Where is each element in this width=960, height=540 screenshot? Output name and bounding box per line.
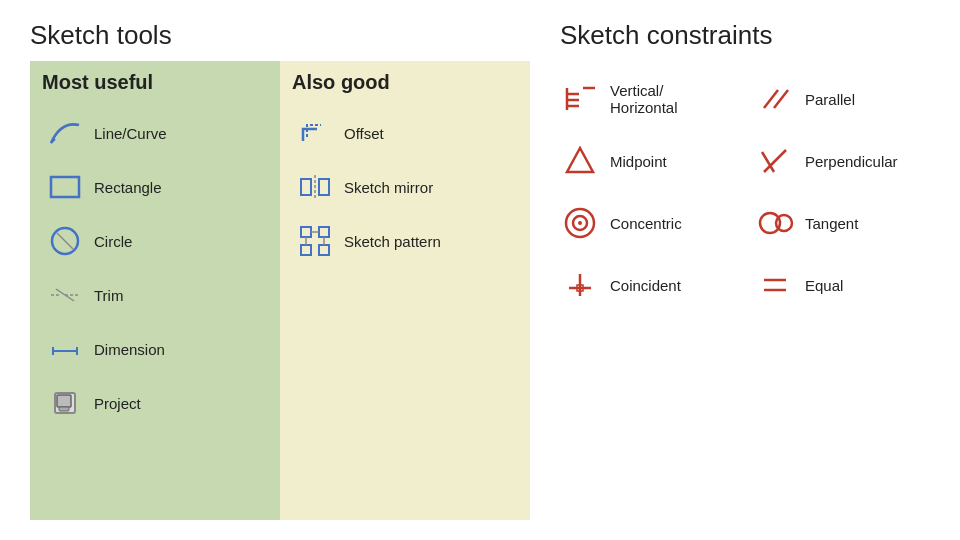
constraint-label-coincident: Coincident <box>610 277 681 294</box>
tool-label-trim: Trim <box>94 287 123 304</box>
tool-label-offset: Offset <box>344 125 384 142</box>
concentric-icon <box>560 203 600 243</box>
perpendicular-icon <box>755 141 795 181</box>
sketch-tools-title: Sketch tools <box>30 20 530 51</box>
tangent-icon <box>755 203 795 243</box>
sketch-tools-section: Sketch tools Most useful Line/Curve <box>30 20 530 520</box>
vertical-horizontal-icon <box>560 79 600 119</box>
svg-rect-10 <box>57 395 71 407</box>
constraint-label-vertical-horizontal: Vertical/Horizontal <box>610 82 678 116</box>
col-also-good: Also good Offset <box>280 61 530 520</box>
rectangle-icon <box>46 168 84 206</box>
constraint-label-concentric: Concentric <box>610 215 682 232</box>
tool-project: Project <box>42 376 268 430</box>
constraint-perpendicular: Perpendicular <box>755 137 930 185</box>
equal-icon <box>755 265 795 305</box>
tool-offset: Offset <box>292 106 518 160</box>
tool-label-project: Project <box>94 395 141 412</box>
project-icon <box>46 384 84 422</box>
tool-sketch-pattern: Sketch pattern <box>292 214 518 268</box>
circle-icon <box>46 222 84 260</box>
constraint-label-midpoint: Midpoint <box>610 153 667 170</box>
tool-circle: Circle <box>42 214 268 268</box>
also-good-header: Also good <box>292 71 518 94</box>
sketch-mirror-icon <box>296 168 334 206</box>
svg-rect-0 <box>51 177 79 197</box>
parallel-icon <box>755 79 795 119</box>
sketch-constraints-title: Sketch constraints <box>560 20 930 51</box>
svg-rect-17 <box>301 245 311 255</box>
constraint-midpoint: Midpoint <box>560 137 735 185</box>
tool-dimension: Dimension <box>42 322 268 376</box>
constraint-concentric: Concentric <box>560 199 735 247</box>
midpoint-icon <box>560 141 600 181</box>
constraint-equal: Equal <box>755 261 930 309</box>
tools-table: Most useful Line/Curve <box>30 61 530 520</box>
tool-label-line-curve: Line/Curve <box>94 125 167 142</box>
constraint-label-equal: Equal <box>805 277 843 294</box>
trim-icon <box>46 276 84 314</box>
tool-label-dimension: Dimension <box>94 341 165 358</box>
svg-point-34 <box>578 221 582 225</box>
sketch-pattern-icon <box>296 222 334 260</box>
svg-rect-13 <box>301 179 311 195</box>
dimension-icon <box>46 330 84 368</box>
most-useful-header: Most useful <box>42 71 268 94</box>
constraint-coincident: Coincident <box>560 261 735 309</box>
constraints-grid: Vertical/Horizontal Parallel <box>560 75 930 309</box>
col-most-useful: Most useful Line/Curve <box>30 61 280 520</box>
tool-sketch-mirror: Sketch mirror <box>292 160 518 214</box>
svg-marker-29 <box>567 148 593 172</box>
line-curve-icon <box>46 114 84 152</box>
constraint-vertical-horizontal: Vertical/Horizontal <box>560 75 735 123</box>
constraint-parallel: Parallel <box>755 75 930 123</box>
coincident-icon <box>560 265 600 305</box>
svg-rect-15 <box>301 227 311 237</box>
svg-rect-18 <box>319 245 329 255</box>
svg-point-36 <box>776 215 792 231</box>
tool-label-rectangle: Rectangle <box>94 179 162 196</box>
tool-label-sketch-pattern: Sketch pattern <box>344 233 441 250</box>
constraint-label-perpendicular: Perpendicular <box>805 153 898 170</box>
constraint-tangent: Tangent <box>755 199 930 247</box>
svg-line-2 <box>57 233 73 249</box>
constraint-label-tangent: Tangent <box>805 215 858 232</box>
svg-rect-11 <box>59 407 69 411</box>
tool-line-curve: Line/Curve <box>42 106 268 160</box>
tool-label-sketch-mirror: Sketch mirror <box>344 179 433 196</box>
tool-rectangle: Rectangle <box>42 160 268 214</box>
page: Sketch tools Most useful Line/Curve <box>0 0 960 540</box>
tool-label-circle: Circle <box>94 233 132 250</box>
constraint-label-parallel: Parallel <box>805 91 855 108</box>
svg-rect-14 <box>319 179 329 195</box>
tool-trim: Trim <box>42 268 268 322</box>
svg-rect-16 <box>319 227 329 237</box>
sketch-constraints-section: Sketch constraints Vertical/Horizontal <box>560 20 930 520</box>
offset-icon <box>296 114 334 152</box>
